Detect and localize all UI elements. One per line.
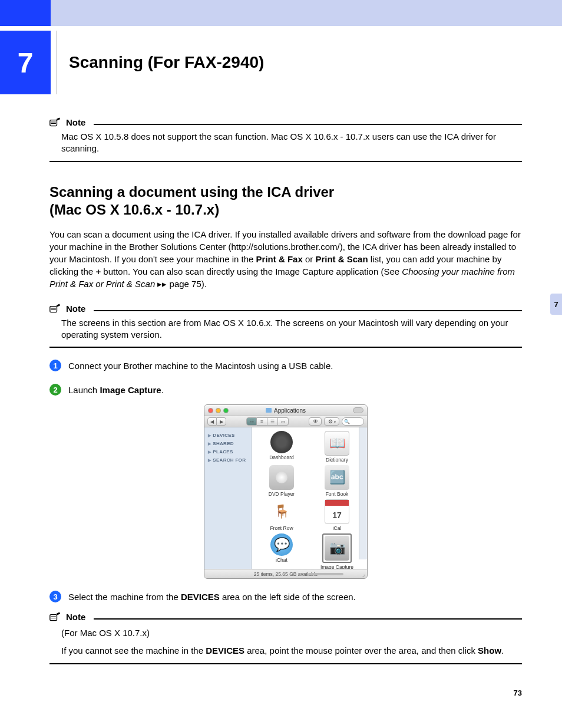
dashboard-icon — [270, 431, 293, 453]
search-icon: 🔍 — [344, 419, 350, 424]
dictionary-icon: 📖 — [325, 431, 349, 456]
zoom-slider[interactable] — [308, 573, 343, 575]
coverflow-view-button[interactable]: ▭ — [278, 417, 289, 426]
list-view-button[interactable]: ≡ — [257, 417, 267, 426]
intro-paragraph: You can scan a document using the ICA dr… — [49, 228, 522, 290]
search-field[interactable]: 🔍 — [342, 417, 364, 426]
svg-rect-1 — [50, 306, 57, 312]
front-row-icon: 🪑 — [269, 499, 294, 524]
step-1-badge: 1 — [49, 360, 61, 371]
app-dictionary[interactable]: 📖Dictionary — [309, 431, 365, 463]
note-label: Note — [66, 304, 85, 314]
chapter-header: 7 Scanning (For FAX-2940) — [49, 31, 522, 94]
step-3-badge: 3 — [49, 591, 61, 602]
app-front-row[interactable]: 🪑Front Row — [254, 499, 309, 531]
note-block-1: Note Mac OS X 10.5.8 does not support th… — [49, 117, 522, 162]
window-title: Applications — [266, 407, 306, 414]
back-button[interactable]: ◀ — [207, 417, 217, 426]
note-pencil-icon — [49, 611, 61, 622]
svg-rect-2 — [50, 615, 57, 621]
screenshot-applications-window: Applications ◀ ▶ ☷ ≡ ☰ ▭ 👁 ⚙▾ 🔍 — [49, 404, 522, 579]
finder-content: Dashboard 📖Dictionary DVD Player 🔤Font B… — [252, 427, 367, 569]
icon-view-button[interactable]: ☷ — [246, 417, 257, 426]
app-dashboard[interactable]: Dashboard — [254, 431, 309, 463]
app-ical[interactable]: 17iCal — [309, 499, 365, 531]
sidebar-devices[interactable]: ▶DEVICES — [208, 433, 247, 438]
close-traffic-light[interactable] — [208, 408, 213, 413]
top-header-accent — [0, 0, 51, 26]
zoom-traffic-light[interactable] — [223, 408, 229, 413]
section-heading: Scanning a document using the ICA driver… — [49, 183, 522, 219]
note-3-line1: (For Mac OS X 10.7.x) — [61, 627, 522, 640]
app-font-book[interactable]: 🔤Font Book — [309, 465, 365, 497]
svg-rect-0 — [50, 120, 57, 126]
note-rule — [94, 124, 522, 125]
top-header-bar — [0, 0, 562, 26]
quicklook-button[interactable]: 👁 — [309, 417, 322, 426]
finder-titlebar: Applications — [204, 405, 367, 416]
page-number: 73 — [514, 689, 522, 697]
ichat-icon: 💬 — [270, 533, 293, 556]
step-3-text: Select the machine from the DEVICES area… — [68, 591, 356, 603]
finder-window: Applications ◀ ▶ ☷ ≡ ☰ ▭ 👁 ⚙▾ 🔍 — [204, 404, 368, 579]
ical-icon: 17 — [325, 499, 349, 524]
note-3-line2: If you cannot see the machine in the DEV… — [61, 644, 522, 657]
sidebar-shared[interactable]: ▶SHARED — [208, 441, 247, 446]
top-header-fill — [51, 0, 562, 26]
step-3: 3 Select the machine from the DEVICES ar… — [49, 591, 522, 603]
sidebar-places[interactable]: ▶PLACES — [208, 449, 247, 454]
step-1-text: Connect your Brother machine to the Maci… — [68, 360, 333, 372]
note-block-2: Note The screens in this section are fro… — [49, 303, 522, 348]
step-1: 1 Connect your Brother machine to the Ma… — [49, 360, 522, 372]
chapter-number-badge: 7 — [0, 31, 51, 94]
chapter-title: Scanning (For FAX-2940) — [69, 53, 264, 72]
app-dvd-player[interactable]: DVD Player — [254, 465, 309, 497]
finder-toolbar: ◀ ▶ ☷ ≡ ☰ ▭ 👁 ⚙▾ 🔍 — [204, 416, 367, 427]
font-book-icon: 🔤 — [325, 465, 349, 490]
note-2-text: The screens in this section are from Mac… — [61, 317, 522, 341]
forward-button[interactable]: ▶ — [217, 417, 226, 426]
note-label: Note — [66, 117, 85, 127]
minimize-traffic-light[interactable] — [216, 408, 221, 413]
note-block-3: Note (For Mac OS X 10.7.x) If you cannot… — [49, 611, 522, 664]
note-pencil-icon — [49, 117, 61, 127]
step-2-badge: 2 — [49, 384, 61, 396]
folder-icon — [266, 408, 272, 413]
note-1-text: Mac OS X 10.5.8 does not support the sca… — [61, 131, 522, 155]
toolbar-toggle-pill[interactable] — [353, 407, 363, 413]
column-view-button[interactable]: ☰ — [267, 417, 278, 426]
sidebar-search-for[interactable]: ▶SEARCH FOR — [208, 457, 247, 463]
resize-handle[interactable]: ⌟ — [362, 571, 365, 577]
action-gear-button[interactable]: ⚙▾ — [324, 417, 339, 426]
finder-sidebar: ▶DEVICES ▶SHARED ▶PLACES ▶SEARCH FOR — [204, 427, 252, 569]
note-pencil-icon — [49, 303, 61, 314]
step-2: 2 Launch Image Capture. — [49, 384, 522, 396]
image-capture-icon: 📷 — [325, 536, 349, 561]
finder-status-bar: 25 items, 25.65 GB available ⌟ — [204, 569, 367, 578]
app-image-capture[interactable]: 📷Image Capture — [309, 533, 365, 569]
app-ichat[interactable]: 💬iChat — [254, 533, 309, 569]
note-label: Note — [66, 612, 85, 622]
dvd-player-icon — [269, 465, 294, 490]
step-2-text: Launch Image Capture. — [68, 384, 164, 396]
scrollbar[interactable] — [359, 427, 367, 559]
